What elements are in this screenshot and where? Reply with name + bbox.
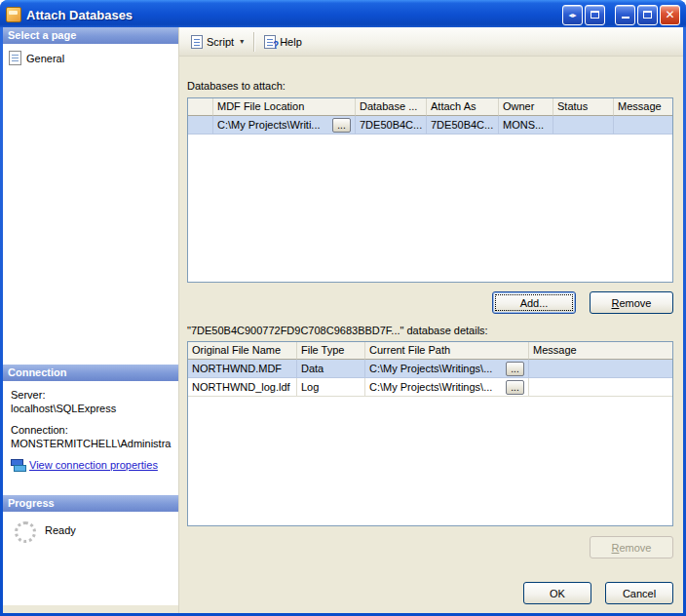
grid1-col-attach-as[interactable]: Attach As (427, 98, 499, 116)
grid2-file-path-cell: C:\My Projects\Writings\... ... (365, 378, 529, 397)
grid2-header-row: Original File Name File Type Current Fil… (188, 342, 672, 360)
ok-button[interactable]: OK (523, 582, 591, 604)
grid1-col-message[interactable]: Message (614, 98, 672, 116)
cancel-button[interactable]: Cancel (605, 582, 673, 604)
dock-window-icon (591, 11, 599, 19)
grid2-row-2[interactable]: NORTHWND_log.ldf Log C:\My Projects\Writ… (188, 378, 672, 397)
progress-spinner-icon (15, 521, 36, 543)
grid2-col-message[interactable]: Message (529, 342, 672, 360)
grid2-col-original-file-name[interactable]: Original File Name (188, 342, 297, 360)
help-button[interactable]: Help (258, 32, 308, 52)
dock-window-button[interactable] (585, 5, 605, 25)
grid2-message-cell (529, 378, 672, 397)
main-body: Databases to attach: MDF File Location D… (179, 57, 683, 613)
grid2-row-1[interactable]: NORTHWND.MDF Data C:\My Projects\Writing… (188, 360, 672, 378)
grid2-file-type-cell: Log (297, 378, 365, 397)
attach-databases-dialog: Attach Databases ◂▸ ✕ Select a page (0, 0, 686, 616)
browse-path-button[interactable]: ... (506, 362, 524, 376)
grid1-row-selector-cell (188, 116, 213, 135)
sidebar-spacer (3, 605, 178, 613)
sidebar-item-general[interactable]: General (3, 44, 178, 69)
select-a-page-header: Select a page (3, 27, 178, 44)
connection-value: MONSTERMITCHELL\Administra (11, 438, 178, 449)
grid1-database-cell: 7DE50B4C... (356, 116, 427, 135)
current-file-path-value: C:\My Projects\Writings\... (369, 363, 492, 374)
close-icon: ✕ (665, 8, 674, 21)
page-icon (9, 51, 21, 65)
grid1-status-cell (553, 116, 614, 135)
maximize-icon (643, 11, 652, 19)
grid2-file-type-cell: Data (297, 360, 365, 378)
script-button[interactable]: Script ▾ (185, 32, 249, 52)
database-details-label: "7DE50B4C900772FD9C708C9683BBD7F..." dat… (187, 325, 673, 338)
help-button-label: Help (280, 36, 302, 48)
sidebar: Select a page General Connection Server:… (3, 27, 178, 613)
toolbar: Script ▾ Help (179, 27, 683, 57)
add-button[interactable]: Add... (492, 291, 576, 314)
main-panel: Script ▾ Help Databases to attach: MDF F… (178, 27, 683, 613)
connection-properties-icon (11, 459, 24, 471)
window-controls: ◂▸ ✕ (562, 5, 680, 25)
server-value: localhost\SQLExpress (11, 403, 178, 414)
grid1-col-status[interactable]: Status (553, 98, 614, 116)
mdf-file-location-value: C:\My Projects\Writi... (217, 119, 321, 131)
minimize-button[interactable] (615, 5, 635, 25)
grid1-owner-cell: MONS... (499, 116, 553, 135)
grid1-header-row: MDF File Location Database ... Attach As… (188, 98, 672, 116)
connection-label: Connection: (11, 424, 178, 436)
view-connection-properties-link[interactable]: View connection properties (29, 459, 158, 471)
script-button-label: Script (207, 36, 234, 48)
databases-to-attach-grid: MDF File Location Database ... Attach As… (187, 97, 673, 283)
window-title: Attach Databases (26, 8, 133, 22)
progress-panel: Ready (3, 512, 178, 605)
chevron-down-icon: ▾ (238, 37, 244, 46)
grid2-file-name-cell: NORTHWND.MDF (188, 360, 297, 378)
float-window-button[interactable]: ◂▸ (562, 5, 583, 25)
browse-mdf-button[interactable]: ... (332, 118, 351, 133)
dialog-content: Select a page General Connection Server:… (3, 27, 683, 613)
grid2-file-name-cell: NORTHWND_log.ldf (188, 378, 297, 397)
grid1-col-rowselector[interactable] (188, 98, 213, 116)
grid2-message-cell (529, 360, 672, 378)
remove-button[interactable]: Remove (590, 291, 673, 314)
grid1-attach-as-cell: 7DE50B4C... (427, 116, 499, 135)
attach-databases-icon (6, 7, 21, 22)
database-details-grid: Original File Name File Type Current Fil… (187, 341, 673, 526)
maximize-button[interactable] (637, 5, 658, 25)
close-button[interactable]: ✕ (660, 5, 680, 25)
server-label: Server: (11, 389, 178, 401)
sidebar-item-label: General (26, 53, 64, 64)
title-bar[interactable]: Attach Databases ◂▸ ✕ (0, 0, 686, 27)
grid1-col-database[interactable]: Database ... (356, 98, 427, 116)
minimize-icon (622, 16, 629, 19)
grid1-col-mdf-file-location[interactable]: MDF File Location (213, 98, 356, 116)
progress-status: Ready (45, 521, 76, 536)
databases-to-attach-label: Databases to attach: (187, 80, 673, 94)
help-icon (264, 35, 276, 49)
progress-header: Progress (3, 495, 178, 512)
script-icon (191, 35, 203, 49)
current-file-path-value: C:\My Projects\Writings\... (369, 381, 492, 393)
grid1-message-cell (614, 116, 672, 135)
remove-details-button[interactable]: Remove (590, 536, 673, 558)
grid2-file-path-cell: C:\My Projects\Writings\... ... (365, 360, 529, 378)
connection-header: Connection (3, 365, 178, 381)
page-list: General (3, 44, 178, 365)
grid1-col-owner[interactable]: Owner (499, 98, 553, 116)
grid2-col-file-type[interactable]: File Type (297, 342, 365, 360)
grid2-col-current-file-path[interactable]: Current File Path (365, 342, 529, 360)
connection-panel: Server: localhost\SQLExpress Connection:… (3, 381, 178, 495)
float-arrows-icon: ◂▸ (568, 11, 576, 19)
grid1-mdf-cell: C:\My Projects\Writi... ... (213, 116, 356, 135)
toolbar-separator (253, 32, 254, 52)
browse-path-button[interactable]: ... (506, 380, 524, 395)
grid1-row-1[interactable]: C:\My Projects\Writi... ... 7DE50B4C... … (188, 116, 672, 135)
